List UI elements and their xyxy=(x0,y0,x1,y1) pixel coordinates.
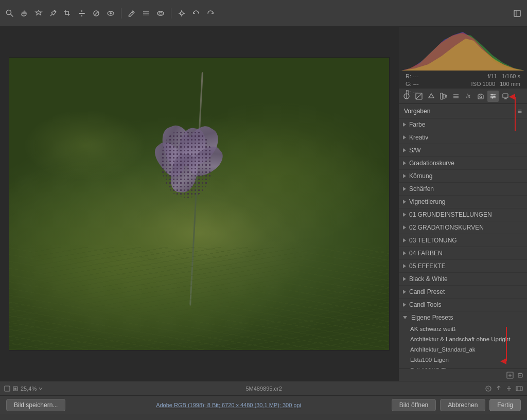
zoom-tool[interactable] xyxy=(4,8,15,19)
preset-triangle-9 xyxy=(403,238,406,242)
preset-group-header-9[interactable]: 03 TEILTONUNG xyxy=(399,234,527,247)
preset-triangle-2 xyxy=(403,148,406,152)
preset-group-header-0[interactable]: Farbe xyxy=(399,118,527,131)
preset-group-header-7[interactable]: 01 GRUNDEINSTELLUNGEN xyxy=(399,208,527,221)
preset-group-label-9: 03 TEILTONUNG xyxy=(409,237,457,244)
preset-group-label-12: Black & White xyxy=(409,275,448,283)
preset-group-7: 01 GRUNDEINSTELLUNGEN xyxy=(399,208,527,221)
hand-tool[interactable] xyxy=(19,8,30,19)
adjustment-brush-tool[interactable] xyxy=(126,8,137,19)
done-button[interactable]: Fertig xyxy=(489,399,521,411)
preset-group-header-1[interactable]: Kreativ xyxy=(399,131,527,144)
preset-triangle-10 xyxy=(403,251,406,255)
preset-item-15-0[interactable]: AK schwarz weiß xyxy=(399,324,527,334)
zoom-dropdown-icon[interactable] xyxy=(39,387,43,391)
b-label: B: xyxy=(406,89,411,95)
flower-pattern xyxy=(161,131,213,198)
preset-triangle-6 xyxy=(403,200,406,204)
svg-point-16 xyxy=(180,12,183,15)
spot-removal-tool[interactable] xyxy=(91,8,102,19)
preset-group-header-4[interactable]: Körnung xyxy=(399,170,527,182)
presets-list[interactable]: FarbeKreativS/WGradationskurveKörnungSch… xyxy=(399,118,527,369)
crop-tool[interactable] xyxy=(62,8,73,19)
exposure-meta: f/11 1/160 s ISO 1000 100 mm xyxy=(471,73,520,96)
preset-group-header-12[interactable]: Black & White xyxy=(399,273,527,285)
preset-group-header-11[interactable]: 05 EFFEKTE xyxy=(399,260,527,272)
preset-group-11: 05 EFFEKTE xyxy=(399,260,527,273)
preferences-tool[interactable] xyxy=(176,8,187,19)
color-sampler-tool[interactable] xyxy=(47,8,59,19)
preset-group-label-6: Vignettierung xyxy=(409,198,446,205)
cancel-button[interactable]: Abbrechen xyxy=(440,399,485,411)
save-button[interactable]: Bild speichern... xyxy=(6,399,65,411)
preset-group-label-13: Candi Preset xyxy=(409,288,445,295)
svg-rect-54 xyxy=(14,388,16,390)
separator-2 xyxy=(171,8,171,19)
preset-group-10: 04 FARBEN xyxy=(399,247,527,260)
svg-point-2 xyxy=(55,10,56,12)
add-preset-icon[interactable] xyxy=(505,371,515,380)
compare-icon[interactable] xyxy=(505,385,513,392)
preset-group-label-10: 04 FARBEN xyxy=(409,250,443,257)
preset-group-header-13[interactable]: Candi Preset xyxy=(399,286,527,298)
svg-point-15 xyxy=(159,12,162,14)
preset-group-9: 03 TEILTONUNG xyxy=(399,234,527,247)
svg-point-9 xyxy=(110,12,112,14)
preset-group-header-14[interactable]: Candi Tools xyxy=(399,299,527,311)
fullscreen-icon[interactable] xyxy=(512,8,523,19)
preset-group-header-15[interactable]: Eigene Presets xyxy=(399,311,527,324)
preset-group-header-6[interactable]: Vignettierung xyxy=(399,196,527,208)
preset-group-5: Schärfen xyxy=(399,183,527,196)
svg-line-10 xyxy=(132,12,133,13)
rating-icon[interactable] xyxy=(495,385,502,392)
preset-group-4: Körnung xyxy=(399,170,527,183)
white-balance-tool[interactable] xyxy=(33,8,44,19)
color-profile-icon[interactable]: Y xyxy=(485,385,492,392)
rgb-display: R: --- G: --- B: --- xyxy=(406,73,419,96)
preset-triangle-15 xyxy=(403,316,407,319)
svg-point-14 xyxy=(157,11,164,15)
preset-group-header-8[interactable]: 02 GRADATIONSKURVEN xyxy=(399,221,527,234)
aperture-value: f/11 xyxy=(487,73,497,79)
right-panel: R: --- G: --- B: --- f/11 xyxy=(398,27,527,381)
preset-item-15-4[interactable]: Fuji 160NS Eigen xyxy=(399,365,527,369)
straighten-tool[interactable] xyxy=(76,8,87,19)
preset-group-12: Black & White xyxy=(399,273,527,286)
rotate-ccw-tool[interactable] xyxy=(190,8,202,19)
preset-triangle-8 xyxy=(403,225,406,230)
preset-group-header-10[interactable]: 04 FARBEN xyxy=(399,247,527,259)
image-canvas[interactable] xyxy=(0,27,398,381)
preset-item-15-2[interactable]: Architektur_Standard_ak xyxy=(399,344,527,355)
file-info-link[interactable]: Adobe RGB (1998); 8 Bit; 6720 x 4480 (30… xyxy=(69,402,387,408)
preset-triangle-5 xyxy=(403,187,406,191)
rotate-cw-tool[interactable] xyxy=(205,8,216,19)
preset-group-label-7: 01 GRUNDEINSTELLUNGEN xyxy=(409,211,492,218)
right-bottom-icons xyxy=(399,369,527,381)
svg-line-7 xyxy=(94,11,98,15)
preset-group-header-2[interactable]: S/W xyxy=(399,144,527,156)
scroll-indicator: ≡ xyxy=(518,107,522,115)
radial-filter-tool[interactable] xyxy=(155,8,166,19)
preset-group-header-3[interactable]: Gradationskurve xyxy=(399,157,527,169)
preset-group-label-14: Candi Tools xyxy=(409,301,441,308)
preset-group-header-5[interactable]: Schärfen xyxy=(399,183,527,195)
zoom-control[interactable]: 25,4% xyxy=(4,386,43,392)
status-bar: 25,4% 5M489895.cr2 Y xyxy=(0,381,527,395)
open-button[interactable]: Bild öffnen xyxy=(392,399,436,411)
redeye-tool[interactable] xyxy=(105,8,116,19)
b-value: --- xyxy=(412,89,418,95)
preset-group-label-1: Kreativ xyxy=(409,134,428,141)
grass-overlay xyxy=(9,247,389,350)
focal-value: 100 mm xyxy=(500,81,520,87)
svg-rect-61 xyxy=(516,387,522,391)
preset-triangle-4 xyxy=(403,174,406,178)
graduated-filter-tool[interactable] xyxy=(140,8,152,19)
preset-item-15-3[interactable]: Ekta100 Eigen xyxy=(399,355,527,365)
histogram-chart xyxy=(401,29,524,71)
preset-group-13: Candi Preset xyxy=(399,286,527,299)
preset-group-label-2: S/W xyxy=(409,147,421,154)
filmstrip-icon[interactable] xyxy=(516,385,523,392)
delete-preset-icon[interactable] xyxy=(516,371,525,380)
zoom-value: 25,4% xyxy=(21,386,37,392)
preset-item-15-1[interactable]: Architektur & Landschaft ohne Upright xyxy=(399,334,527,344)
